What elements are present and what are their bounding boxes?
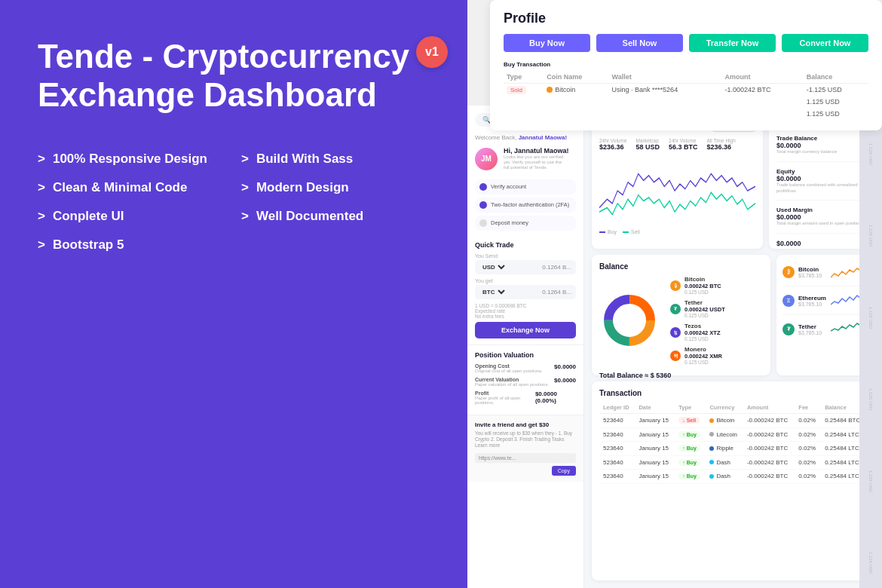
dashboard-window: 🔍 Search Here... Welcome Back, Jannatul … bbox=[467, 106, 882, 588]
get-value: 0.1264 B... bbox=[542, 289, 571, 296]
feature-bootstrap: > Bootstrap 5 bbox=[38, 237, 226, 253]
balance-card: Balance ₿ B bbox=[592, 255, 770, 375]
dash-main: Analytics Bitcoin 24hr Volume $236.36 Ma… bbox=[584, 106, 882, 588]
stat-ath: All Time High $236.36 bbox=[707, 138, 736, 151]
bitcoin-balance: ₿ Bitcoin 0.000242 BTC 0.125 USD bbox=[670, 276, 763, 295]
buy-transaction-label: Buy Transaction bbox=[504, 61, 868, 68]
rate-info: 1 USD = 0.000088 BTC Expected rate No ex… bbox=[475, 303, 576, 319]
table-row: 523640 January 15 ↑ Buy Dash -0.000242 B… bbox=[599, 455, 867, 470]
verify-deposit[interactable]: Deposit money bbox=[475, 216, 576, 231]
balance-title: Balance bbox=[599, 262, 763, 271]
get-currency-select[interactable]: BTC bbox=[479, 288, 507, 296]
main-title: Tende - Cryptocurrency Exchange Dashboar… bbox=[38, 38, 430, 114]
col-coin-name: Coin Name bbox=[544, 71, 608, 84]
donut-chart bbox=[599, 290, 660, 351]
transaction-section: Transaction Ledger ID Date Type Currency… bbox=[592, 381, 874, 580]
invite-desc: You will receive up to $30 when they - 1… bbox=[475, 430, 576, 449]
col-type: Type bbox=[675, 402, 706, 414]
table-row: 523640 January 15 ↑ Buy Dash -0.000242 B… bbox=[599, 470, 867, 484]
stat-24hr: 24hr Volume $236.36 bbox=[599, 138, 627, 151]
profile-card: Profile Buy Now Sell Now Transfer Now Co… bbox=[490, 0, 882, 130]
analytics-card: Analytics Bitcoin 24hr Volume $236.36 Ma… bbox=[592, 113, 763, 249]
col-type: Type bbox=[504, 71, 544, 84]
table-row: 1.125 USD bbox=[504, 108, 868, 120]
action-buttons: Buy Now Sell Now Transfer Now Convert No… bbox=[504, 34, 868, 52]
col-wallet: Wallet bbox=[609, 71, 722, 84]
verify-2fa[interactable]: Two-factor authentication (2FA) bbox=[475, 198, 576, 213]
buy-badge: ↑ Buy bbox=[678, 445, 700, 452]
features-grid: > 100% Responsive Design > Build With Sa… bbox=[38, 152, 430, 253]
quick-trade-section: Quick Trade You Send USD 0.1264 B... You… bbox=[467, 235, 583, 345]
sell-badge: ↓ Sell bbox=[678, 417, 700, 424]
transaction-table: Ledger ID Date Type Currency Amount Fee … bbox=[599, 402, 867, 484]
total-balance: Total Balance ≈ $ 5360 bbox=[599, 372, 763, 379]
analytics-chart bbox=[599, 157, 755, 225]
check-icon bbox=[479, 219, 487, 227]
chart-legend: Buy Sell bbox=[599, 229, 755, 234]
buy-badge: ↑ Buy bbox=[678, 431, 700, 438]
position-valuation: Position Valuation Opening Cost Original… bbox=[467, 345, 583, 415]
col-currency: Currency bbox=[706, 402, 743, 414]
get-input-row[interactable]: BTC 0.1264 B... bbox=[475, 285, 576, 299]
col-date: Date bbox=[635, 402, 675, 414]
current-valuation-row: Current Valuation Paper valuation of all… bbox=[475, 377, 576, 387]
feature-clean: > Clean & Minimal Code bbox=[38, 180, 226, 195]
analytics-stats: 24hr Volume $236.36 Marketcap 58 USD 24h… bbox=[599, 138, 755, 151]
invite-title: Invite a friend and get $30 bbox=[475, 421, 576, 428]
opening-cost-row: Opening Cost Original cost of all open p… bbox=[475, 363, 576, 373]
legend-sell: Sell bbox=[623, 229, 640, 234]
ethereum-crypto-item[interactable]: Ξ Ethereum $3,785.10 bbox=[782, 291, 868, 315]
right-strip: 1.125 USD 1.125 USD 1.125 USD 1.125 USD … bbox=[859, 106, 882, 588]
send-value: 0.1264 B... bbox=[542, 264, 571, 271]
tether-balance: ₮ Tether 0.000242 USDT 0.125 USD bbox=[670, 299, 763, 318]
ethereum-icon: Ξ bbox=[782, 295, 795, 307]
you-send-label: You Send bbox=[475, 253, 576, 259]
buy-now-button[interactable]: Buy Now bbox=[504, 34, 590, 52]
bitcoin-icon bbox=[547, 87, 553, 93]
stat-volume: 24hr Volume 56.3 BTC bbox=[669, 138, 698, 151]
table-row: Sold Bitcoin Using · Bank ****5264 -1.00… bbox=[504, 84, 868, 96]
user-profile: JM Hi, Jannatul Maowa! Looks like you ar… bbox=[467, 142, 583, 176]
profile-title: Profile bbox=[504, 11, 868, 26]
right-panel: Profile Buy Now Sell Now Transfer Now Co… bbox=[467, 0, 882, 588]
convert-now-button[interactable]: Convert Now bbox=[782, 34, 868, 52]
tether-crypto-item[interactable]: ₮ Tether $3,785.10 bbox=[782, 320, 868, 343]
send-input-row[interactable]: USD 0.1264 B... bbox=[475, 260, 576, 274]
transfer-now-button[interactable]: Transfer Now bbox=[689, 34, 776, 52]
dash-sidebar: 🔍 Search Here... Welcome Back, Jannatul … bbox=[467, 106, 584, 588]
bitcoin-crypto-item[interactable]: ₿ Bitcoin $3,785.10 bbox=[782, 262, 868, 286]
table-row: 523640 January 15 ↑ Buy Litecoin -0.0002… bbox=[599, 427, 867, 442]
monero-icon: Ɱ bbox=[670, 351, 681, 361]
profit-row: Profit Paper profit of all open position… bbox=[475, 390, 576, 405]
extra-balance-item: $0.0000 bbox=[776, 240, 867, 253]
tezos-icon: ꜩ bbox=[670, 327, 681, 338]
transaction-title: Transaction bbox=[599, 389, 867, 397]
sold-badge: Sold bbox=[507, 86, 526, 94]
legend-buy: Buy bbox=[599, 229, 617, 234]
send-currency-select[interactable]: USD bbox=[479, 263, 507, 271]
you-get-label: You get bbox=[475, 278, 576, 283]
left-panel: Tende - Cryptocurrency Exchange Dashboar… bbox=[0, 0, 467, 588]
tezos-balance: ꜩ Tezos 0.000242 XTZ 0.125 USD bbox=[670, 323, 763, 341]
sell-now-button[interactable]: Sell Now bbox=[596, 34, 683, 52]
verify-account[interactable]: Verify account bbox=[475, 179, 576, 194]
bitcoin-icon: ₿ bbox=[670, 280, 681, 291]
exchange-now-button[interactable]: Exchange Now bbox=[475, 322, 576, 338]
table-row: 523640 January 15 ↓ Sell Bitcoin -0.0002… bbox=[599, 414, 867, 428]
position-val-title: Position Valuation bbox=[475, 351, 576, 359]
used-margin-item: Used Margin $0.0000 Total margin amount … bbox=[776, 207, 867, 234]
balance-list: ₿ Bitcoin 0.000242 BTC 0.125 USD ₮ bbox=[670, 276, 763, 365]
trade-balance-item: Trade Balance $0.0000 Total margin curre… bbox=[776, 135, 867, 162]
buy-badge: ↑ Buy bbox=[678, 473, 700, 479]
table-row: 523640 January 15 ↑ Buy Ripple -0.000242… bbox=[599, 442, 867, 456]
avatar: JM bbox=[475, 148, 498, 170]
feature-sass: > Build With Sass bbox=[241, 152, 430, 167]
analytics-row: Analytics Bitcoin 24hr Volume $236.36 Ma… bbox=[592, 113, 874, 249]
invite-section: Invite a friend and get $30 You will rec… bbox=[467, 415, 583, 482]
trade-balances-card: Trade Balances Trade Balance $0.0000 Tot… bbox=[769, 113, 874, 249]
col-balance: Balance bbox=[804, 71, 868, 84]
tether-icon: ₮ bbox=[670, 304, 681, 314]
monero-balance: Ɱ Monero 0.000242 XMR 0.125 USD bbox=[670, 346, 763, 365]
table-row: 1.125 USD bbox=[504, 96, 868, 108]
copy-button[interactable]: Copy bbox=[552, 466, 576, 476]
